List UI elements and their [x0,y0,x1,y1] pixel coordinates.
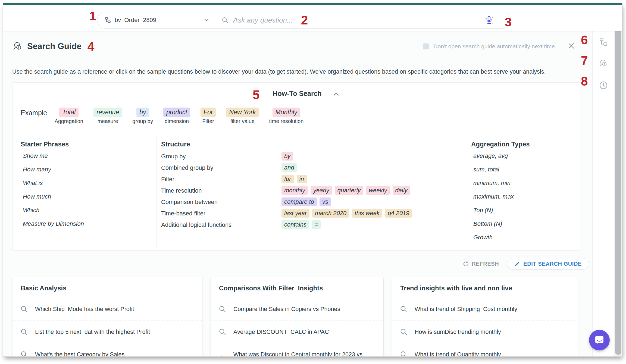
sample-question-text: List the top 5 next_dat with the highest… [35,328,150,336]
structure-row: Additional logical functionscontains= [161,220,465,229]
guide-header: Search Guide 4 Don't open search guide a… [3,31,592,53]
refresh-button[interactable]: REFRESH [463,261,499,267]
sample-question-text: Average DISCOUNT_CALC in APAC [233,328,329,336]
aggregation-types-title: Aggregation Types [471,140,575,148]
search-icon [20,350,28,356]
example-token-label: Filter [202,118,214,124]
sample-question-item[interactable]: List the top 5 next_dat with the highest… [12,321,202,343]
question-card-title: Comparisons With Filter_Insights [211,277,383,298]
structure-row-tags: by [281,152,293,161]
search-pill: bv_Order_2809 Ask any question... 2 [97,12,511,29]
annotation-2: 2 [301,14,308,26]
example-token-label: measure [98,118,118,124]
sidebar-item-dataset[interactable] [599,37,608,48]
annotation-7: 7 [581,54,588,67]
annotation-5: 5 [253,88,260,102]
refresh-icon [463,261,469,267]
example-token-label: Aggregation [55,118,83,124]
dont-open-label: Don't open search guide automatically ne… [434,43,555,50]
question-card: Trend insights with live and non live Wh… [392,277,578,356]
scrollbar-thumb[interactable] [615,9,621,355]
aggregation-type: Growth [473,233,575,241]
structure-row-label: Time-based filter [161,209,281,218]
sample-question-text: How is sumDisc trending monthly [415,328,501,336]
structure-tag: quarterly [335,186,364,195]
example-token-text: Total [59,108,79,117]
structure-row-label: Comparison between [161,197,281,206]
structure-tag: contains [281,220,309,229]
example-label: Example [21,108,55,117]
search-placeholder: Ask any question... [233,16,293,24]
structure-row-tags: and [281,163,297,172]
structure-tag: daily [393,186,410,195]
search-icon [20,305,28,313]
example-token-text: For [201,108,216,117]
structure-row-tags: forin [281,175,307,183]
sample-question-item[interactable]: Average DISCOUNT_CALC in APAC [211,321,383,343]
close-button[interactable] [567,42,575,51]
sample-question-item[interactable]: What was Discount in Central monthly for… [211,343,383,356]
sample-question-item[interactable]: What's the best Category by Sales [12,343,202,356]
starter-phrase: What is [23,179,156,187]
aggregation-type: Bottom (N) [473,220,575,228]
question-input-area[interactable]: Ask any question... 2 [215,12,511,28]
search-guide-icon [12,41,23,52]
example-token-text: New York [226,108,259,117]
structure-row-label: Additional logical functions [161,220,281,229]
vertical-scrollbar[interactable] [614,5,622,356]
example-token: TotalAggregation [55,108,83,124]
howto-columns: Starter Phrases Show meHow manyWhat isHo… [12,129,580,247]
sample-question-text: What was Discount in Central monthly for… [233,350,376,356]
collapse-section-button[interactable] [333,91,340,99]
annotation-3: 3 [505,16,512,28]
search-icon [218,305,227,313]
search-guide-panel: Search Guide 4 Don't open search guide a… [3,31,592,356]
mic-button[interactable] [484,15,494,26]
example-token-text: revenue [93,108,122,117]
sample-question-item[interactable]: What is trend of Shipping_Cost monthly [392,298,578,321]
question-cards: Basic Analysis Which Ship_Mode has the w… [12,277,592,356]
dont-open-checkbox[interactable] [423,43,429,49]
sample-question-item[interactable]: Compare the Sales in Copiers vs Phones [211,298,383,321]
question-card: Comparisons With Filter_Insights Compare… [211,277,384,356]
aggregation-type: average, avg [473,152,575,160]
edit-search-guide-button[interactable]: EDIT SEARCH GUIDE [507,258,589,270]
search-icon [400,328,408,336]
search-icon [218,355,227,356]
structure-tag: monthly [281,186,308,195]
sample-question-item[interactable]: What is trend of Quantity monthly [392,343,578,356]
search-icon [218,328,227,336]
example-token: ForFilter [201,108,216,124]
dataset-selector[interactable]: bv_Order_2809 [97,12,215,28]
chat-launcher-button[interactable] [589,330,610,350]
sample-question-item[interactable]: Which Ship_Mode has the worst Profit [12,298,202,321]
structure-tag: march 2020 [312,209,349,218]
structure-tag: compare to [281,197,317,206]
sample-question-item[interactable]: How is sumDisc trending monthly [392,321,578,343]
structure-title: Structure [161,140,465,148]
search-icon [221,17,229,24]
structure-row-label: Time resolution [161,186,281,195]
sidebar-item-search-guide[interactable] [599,59,608,70]
guide-description: Use the search guide as a reference or c… [12,68,592,75]
dont-open-option[interactable]: Don't open search guide automatically ne… [423,43,555,50]
aggregation-types-column: Aggregation Types average, avgsum, total… [465,137,575,247]
sample-question-text: What is trend of Quantity monthly [415,350,501,356]
structure-tag: by [281,152,293,161]
starter-phrases-title: Starter Phrases [21,140,156,148]
structure-row: Time-based filterlast yearmarch 2020this… [161,209,465,218]
sidebar-item-history[interactable] [599,81,608,91]
structure-row-tags: contains= [281,220,321,229]
example-row: Example TotalAggregationrevenuemeasureby… [12,101,580,124]
starter-phrase: How much [23,193,156,201]
structure-tag: vs [320,197,331,206]
example-token: New Yorkfilter value [226,108,259,124]
structure-tag: this week [352,209,382,218]
structure-row: Combined group byand [161,163,465,172]
question-card: Basic Analysis Which Ship_Mode has the w… [12,277,202,356]
structure-row-label: Group by [161,152,281,161]
starter-phrase: Which [23,206,156,214]
dataset-name: bv_Order_2809 [115,17,200,24]
dataset-hierarchy-icon [105,17,111,23]
starter-phrases-column: Starter Phrases Show meHow manyWhat isHo… [12,137,156,247]
